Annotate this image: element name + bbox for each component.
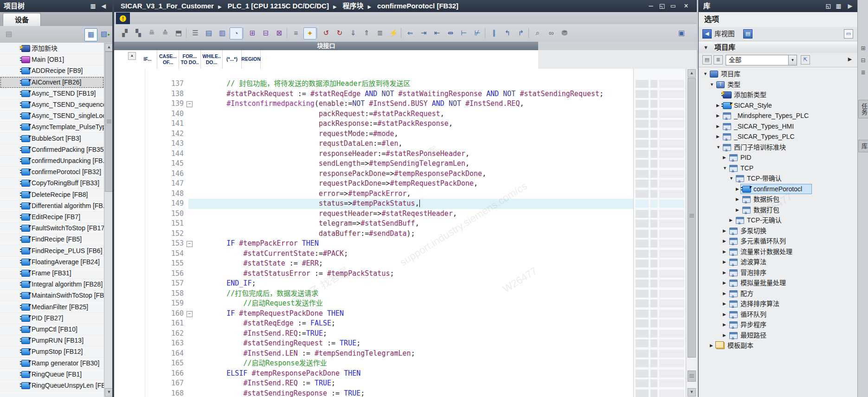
renumber-icon[interactable]: ⇹ — [444, 27, 457, 39]
expand-icon[interactable]: ▶ — [729, 215, 733, 226]
expand-icon[interactable]: ▶ — [716, 111, 720, 121]
network-list-icon[interactable]: ≣ — [374, 27, 386, 39]
window-icon[interactable]: ▭ — [844, 29, 853, 39]
monitor-io-icon[interactable]: ⊟ — [260, 27, 272, 39]
expand-icon[interactable]: ▶ — [710, 340, 713, 351]
code-line-162[interactable]: 162 #InstSend.REQ:=TRUE; — [114, 329, 633, 339]
block-item[interactable]: FindRecipe [FB5] — [0, 234, 104, 245]
insert-row-icon[interactable]: ▞ — [119, 27, 131, 39]
block-item[interactable]: RingQueue [FB1] — [0, 369, 104, 380]
collapse-icon[interactable]: ≡ — [290, 27, 302, 39]
scroll-down-icon[interactable]: ▼ — [688, 388, 696, 397]
block-interface-header[interactable]: 块接口 — [114, 42, 538, 50]
outdent-icon[interactable]: ⇤ — [431, 27, 443, 39]
warning-icon[interactable]: ! — [116, 13, 130, 25]
export-icon[interactable]: ⇱ — [801, 55, 810, 65]
expand-icon[interactable]: ▶ — [736, 205, 739, 215]
code-line-137[interactable]: 137 // 封包功能，将待发送的数据添加Header后放到待发送区 — [114, 79, 633, 89]
expand-icon[interactable]: ▶ — [723, 267, 726, 278]
scl-code-editor[interactable]: 137 // 封包功能，将待发送的数据添加Header后放到待发送区138 #s… — [114, 69, 633, 397]
library-tree-item[interactable]: ▶多泵切换 — [699, 226, 858, 236]
library-tree-item[interactable]: ▶模拟量批量处理 — [699, 278, 858, 288]
maximize-icon[interactable]: ▭ — [668, 0, 678, 12]
code-line-159[interactable]: 159 //启动Request发送作业 — [114, 299, 633, 309]
monitor-block-icon[interactable]: ⊞ — [246, 27, 258, 39]
pause-icon[interactable]: ∥ — [488, 27, 500, 39]
expand-icon[interactable]: ▶ — [716, 131, 720, 142]
align-left-icon[interactable]: ⊢ — [458, 27, 470, 39]
library-tree-item[interactable]: ▶选择排序算法 — [699, 299, 858, 309]
library-tree-item[interactable]: ▶异步程序 — [699, 319, 858, 330]
block-item[interactable]: DeleteRecipe [FB8] — [0, 189, 104, 201]
block-item[interactable]: CopyToRingBuff [FB33] — [0, 177, 104, 189]
code-line-142[interactable]: 142 requestMode:=#mode, — [114, 129, 633, 139]
code-line-145[interactable]: 145 sendLength=>#tempSendingTelegramLen, — [114, 159, 633, 169]
expand-icon[interactable]: ▶ — [736, 184, 739, 195]
library-tree-item[interactable]: ▶_Mindsphere_Types_PLC — [699, 111, 858, 121]
library-tree-item[interactable]: ▼TCP-带确认 — [699, 173, 858, 184]
chevron-down-icon[interactable]: ▼ — [703, 41, 708, 53]
expand-icon[interactable]: ▶ — [723, 152, 726, 163]
expand-icon[interactable]: ▶ — [723, 278, 726, 288]
go-prev-icon[interactable]: ↰ — [502, 27, 514, 39]
library-tree-item[interactable]: ▶PID — [699, 152, 858, 163]
expand-icon[interactable]: ▶ — [736, 194, 739, 205]
restore-icon[interactable]: ◱ — [657, 0, 667, 12]
fold-toggle-icon[interactable]: − — [186, 101, 193, 107]
close-icon[interactable]: × — [681, 0, 691, 12]
expand-icon[interactable]: ▶ — [723, 299, 726, 309]
block-item[interactable]: FloatingAverage [FB24] — [0, 256, 104, 268]
code-line-146[interactable]: 146 responsePackDone=>#tempResponsePackD… — [114, 169, 633, 179]
library-tree-item[interactable]: ▶循环队列 — [699, 309, 858, 320]
code-line-149[interactable]: 149 status=>#tempPackStatus, — [114, 199, 633, 209]
block-item[interactable]: confirmedUnpacking [FB... — [0, 155, 104, 167]
absolute-operands-icon[interactable]: ☰ — [189, 27, 201, 39]
project-tree-scrollbar[interactable]: ▲ ▼ — [104, 43, 113, 397]
block-item[interactable]: ADDRecipe [FB9] — [0, 65, 104, 77]
snippet-region[interactable]: REGION — [242, 50, 261, 69]
library-book-icon[interactable]: ▤ — [743, 29, 752, 39]
strip-icon[interactable]: ⊞ — [859, 45, 867, 52]
jump-back-icon[interactable]: ⇐ — [404, 27, 416, 39]
block-item[interactable]: FindRecipe_PLUS [FB6] — [0, 245, 104, 257]
library-tree-item[interactable]: ▶_SICAR_Types_PLC — [699, 131, 858, 142]
block-item[interactable]: FaultSwitchToStop [FB17] — [0, 222, 104, 234]
scroll-up-icon[interactable]: ▲ — [688, 69, 696, 78]
collapse-icon[interactable]: ▼ — [716, 142, 720, 153]
breadcrumb-block[interactable]: confirmePorotocl [FB32] — [377, 2, 458, 10]
code-line-141[interactable]: 141 packResponse:=#statPackResponse, — [114, 119, 633, 129]
know-how-protection-icon[interactable]: ⌕ — [532, 27, 544, 39]
watch-icon[interactable]: ∞ — [545, 27, 557, 39]
block-item[interactable]: PumpRUN [FB13] — [0, 335, 104, 346]
library-filter-select[interactable]: 全部 ▼ — [726, 55, 797, 65]
code-line-148[interactable]: 148 error=>#tempPackError, — [114, 189, 633, 199]
block-item[interactable]: EditRecipe [FB7] — [0, 211, 104, 223]
details-view-icon[interactable]: ▤ — [702, 55, 712, 65]
library-tree-item[interactable]: ▶多元素循环队列 — [699, 236, 858, 247]
expand-icon[interactable]: ▶ — [716, 100, 720, 111]
block-item[interactable]: PumpStop [FB12] — [0, 346, 104, 358]
library-tree-item[interactable]: ▶★SICAR_Style — [699, 100, 858, 111]
expand-icon[interactable]: ▶ — [723, 257, 726, 267]
float-icon[interactable]: ◱ — [826, 0, 831, 12]
collapse-panel-icon[interactable]: ◀ — [102, 0, 106, 12]
code-line-152[interactable]: 152 dataBuffer:=#sendData); — [114, 229, 633, 239]
breadcrumb-project[interactable]: SICAR_V3_1_For_Customer — [121, 2, 214, 10]
code-line-144[interactable]: 144 responseHeader:=#statResPonseHeader, — [114, 149, 633, 159]
library-tree-item[interactable]: ▶TCP-无确认 — [699, 215, 858, 226]
block-item[interactable]: ConfirmedPacking [FB35] — [0, 144, 104, 156]
favorites-icon[interactable]: ✦ — [303, 27, 316, 39]
library-tree-item[interactable]: ▶数据打包 — [699, 205, 858, 215]
expand-icon[interactable]: ▶ — [716, 121, 720, 132]
pin-icon[interactable]: ▥ — [836, 0, 841, 12]
library-tree-item[interactable]: ▶模板副本 — [699, 340, 858, 351]
code-line-165[interactable]: 165 //启动Response发送作业 — [114, 358, 633, 369]
download-snapshot-icon[interactable]: ⇓ — [347, 27, 359, 39]
library-tree-item[interactable]: ▶滤波算法 — [699, 257, 858, 267]
insert-network-icon[interactable]: ≞ — [146, 27, 158, 39]
more-icon[interactable]: ▶ — [846, 55, 854, 64]
strip-icon[interactable]: ⊟ — [859, 57, 867, 65]
library-tree-item[interactable]: ▶冒泡排序 — [699, 267, 858, 278]
list-view-icon[interactable]: ≣ — [714, 55, 723, 65]
block-item[interactable]: Differential algorithm [FB... — [0, 200, 104, 212]
